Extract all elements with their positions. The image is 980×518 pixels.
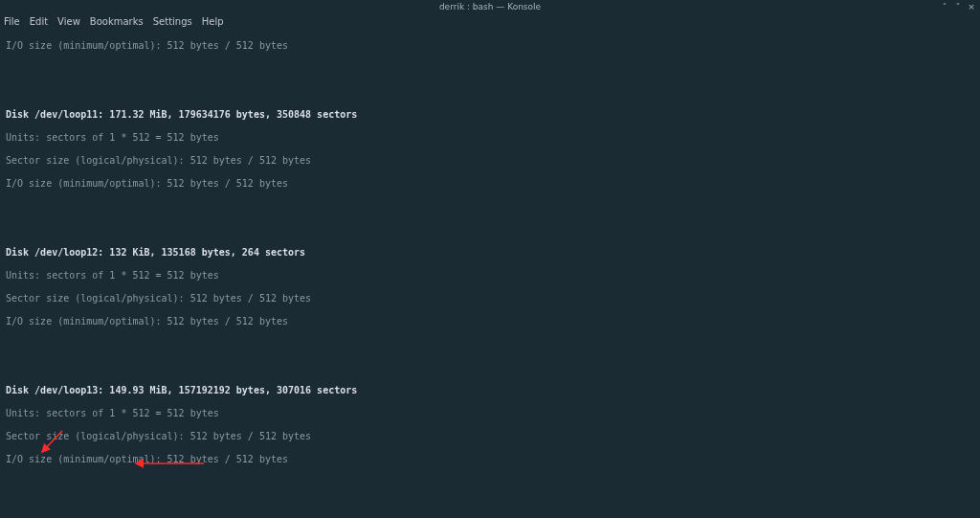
sector-line: Sector size (logical/physical): 512 byte…: [6, 293, 974, 304]
blank-line: [6, 339, 974, 350]
sector-line: Sector size (logical/physical): 512 byte…: [6, 431, 974, 442]
menu-help[interactable]: Help: [202, 16, 224, 27]
blank-line: [6, 477, 974, 488]
units-line: Units: sectors of 1 * 512 = 512 bytes: [6, 132, 974, 144]
disk-header: Disk /dev/loop11: 171.32 MiB, 179634176 …: [6, 109, 974, 121]
menu-edit[interactable]: Edit: [30, 16, 48, 27]
minimize-icon[interactable]: ˅: [940, 2, 949, 11]
io-line: I/O size (minimum/optimal): 512 bytes / …: [6, 178, 974, 190]
io-line-top: I/O size (minimum/optimal): 512 bytes / …: [6, 40, 974, 52]
terminal-viewport[interactable]: I/O size (minimum/optimal): 512 bytes / …: [0, 29, 980, 518]
blank-line: [6, 86, 974, 98]
menu-file[interactable]: File: [4, 16, 20, 27]
blank-line: [6, 201, 974, 213]
menu-view[interactable]: View: [57, 16, 80, 27]
menu-settings[interactable]: Settings: [153, 16, 192, 27]
units-line: Units: sectors of 1 * 512 = 512 bytes: [6, 270, 974, 282]
sector-line: Sector size (logical/physical): 512 byte…: [6, 155, 974, 167]
window-controls: ˅ ˄ ⨯: [940, 2, 976, 11]
blank-line: [6, 500, 974, 511]
maximize-icon[interactable]: ˄: [953, 2, 963, 11]
blank-line: [6, 224, 974, 236]
close-icon[interactable]: ⨯: [967, 2, 976, 11]
blank-line: [6, 63, 974, 75]
menubar: File Edit View Bookmarks Settings Help: [0, 13, 980, 29]
window-titlebar: derrik : bash — Konsole ˅ ˄ ⨯: [0, 0, 980, 13]
io-line: I/O size (minimum/optimal): 512 bytes / …: [6, 316, 974, 327]
window-title: derrik : bash — Konsole: [439, 2, 541, 11]
disk-header: Disk /dev/loop12: 132 KiB, 135168 bytes,…: [6, 247, 974, 259]
disk-header: Disk /dev/loop13: 149.93 MiB, 157192192 …: [6, 385, 974, 396]
blank-line: [6, 362, 974, 373]
menu-bookmarks[interactable]: Bookmarks: [90, 16, 144, 27]
io-line: I/O size (minimum/optimal): 512 bytes / …: [6, 454, 974, 465]
units-line: Units: sectors of 1 * 512 = 512 bytes: [6, 408, 974, 419]
